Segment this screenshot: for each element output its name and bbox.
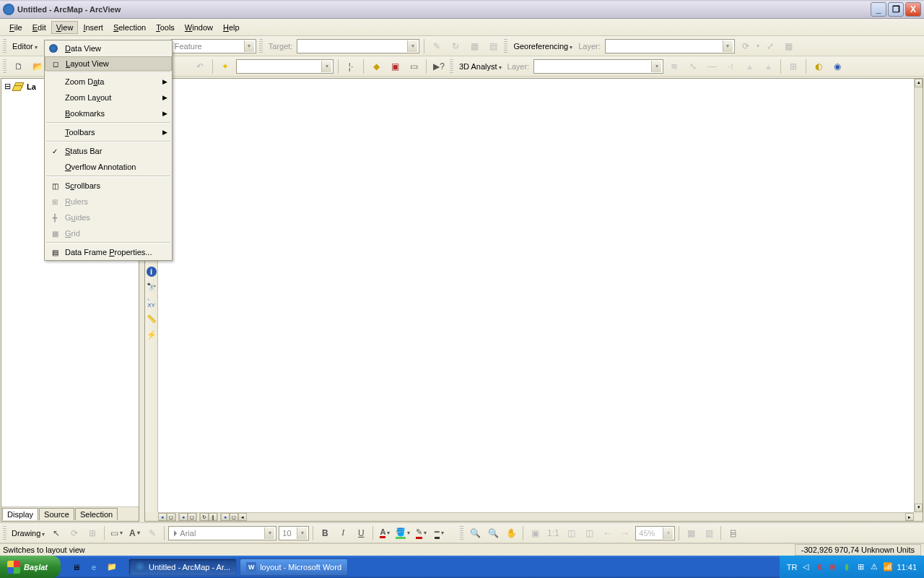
- pause-icon[interactable]: ‖: [209, 513, 217, 521]
- menu-item-status-bar[interactable]: ✓Status Bar: [45, 143, 172, 159]
- editor-toolbar-icon[interactable]: ¦·: [343, 59, 359, 74]
- arcscene-icon[interactable]: ◐: [811, 59, 827, 74]
- whats-this-icon[interactable]: ▶?: [431, 59, 447, 74]
- ie-icon[interactable]: e: [86, 559, 102, 575]
- arcglobe-icon[interactable]: ◉: [829, 59, 845, 74]
- menu-tools[interactable]: Tools: [151, 21, 180, 34]
- explorer-icon[interactable]: 📁: [104, 559, 120, 575]
- menu-help[interactable]: Help: [218, 21, 245, 34]
- menu-item-overflow-annotation[interactable]: Overflow Annotation: [45, 159, 172, 175]
- tray-battery-icon[interactable]: ▮: [842, 562, 852, 572]
- open-icon[interactable]: 📂: [30, 59, 45, 74]
- rectangle-tool-icon[interactable]: ▭: [108, 525, 124, 541]
- change-layout-icon[interactable]: ⌸: [725, 525, 741, 541]
- font-size-combo[interactable]: 10▾: [279, 526, 309, 540]
- undo-icon: ↶: [192, 59, 208, 74]
- 3d-analyst-dropdown[interactable]: 3D Analyst: [458, 62, 503, 71]
- maximize-button[interactable]: ❐: [888, 2, 904, 17]
- close-button[interactable]: X: [905, 2, 921, 17]
- menu-item-data-frame-properties[interactable]: ▤Data Frame Properties...: [45, 244, 172, 260]
- toolbar-grip[interactable]: [3, 39, 6, 53]
- menu-item-scrollbars[interactable]: ◫Scrollbars: [45, 178, 172, 194]
- editor-dropdown[interactable]: Editor: [11, 42, 39, 51]
- toolbar-grip[interactable]: [460, 526, 463, 540]
- minimize-button[interactable]: _: [871, 2, 886, 17]
- bold-icon[interactable]: B: [317, 525, 333, 541]
- arccatalog-icon[interactable]: ◆: [368, 59, 384, 74]
- toc-tab-display[interactable]: Display: [2, 508, 38, 520]
- tray-shield-icon[interactable]: ⛨: [828, 562, 838, 572]
- menu-edit[interactable]: Edit: [27, 21, 51, 34]
- drawing-dropdown[interactable]: Drawing: [10, 529, 46, 538]
- refresh-view-icon[interactable]: ●: [179, 513, 188, 521]
- marker-color-icon[interactable]: ━: [431, 525, 447, 541]
- menu-item-layout-view[interactable]: ◻Layout View: [45, 56, 172, 71]
- toolbar-grip[interactable]: [3, 526, 6, 540]
- start-button[interactable]: Başlat: [0, 556, 61, 578]
- menu-insert[interactable]: Insert: [78, 21, 108, 34]
- back-icon: ←: [599, 525, 615, 541]
- language-indicator[interactable]: TR: [787, 563, 798, 571]
- measure-icon[interactable]: 📏: [146, 313, 157, 324]
- feature-combo[interactable]: Feature▾: [171, 39, 256, 53]
- tray-wifi-icon[interactable]: 📶: [883, 562, 893, 572]
- attributes-icon: ▦: [466, 38, 482, 54]
- underline-icon[interactable]: U: [353, 525, 369, 541]
- toc-tab-source[interactable]: Source: [39, 508, 74, 520]
- toolbar-grip[interactable]: [450, 59, 453, 74]
- map-canvas[interactable]: [158, 79, 914, 512]
- find-icon[interactable]: 🔭: [146, 281, 157, 293]
- scroll-right-icon[interactable]: ▸: [905, 513, 914, 521]
- menu-item-zoom-data[interactable]: Zoom Data▶: [45, 74, 172, 90]
- goto-xy-icon[interactable]: ◦XY: [146, 297, 157, 309]
- toolbar-grip[interactable]: [259, 39, 263, 53]
- tray-back-icon[interactable]: ◁: [801, 562, 811, 572]
- text-tool-icon[interactable]: A: [126, 525, 142, 541]
- horizontal-scrollbar[interactable]: [247, 513, 905, 521]
- layout-view-icon[interactable]: ◻: [167, 513, 175, 521]
- menu-item-data-view[interactable]: Data View: [45, 40, 172, 56]
- pause-draw-icon[interactable]: ◻: [188, 513, 196, 521]
- zoom-percent-combo[interactable]: 45%▾: [635, 526, 675, 540]
- globe-icon: [49, 44, 58, 53]
- menu-item-bookmarks[interactable]: Bookmarks▶: [45, 105, 172, 121]
- refresh-icon[interactable]: ↻: [200, 513, 209, 521]
- show-desktop-icon[interactable]: 🖥: [68, 559, 84, 575]
- toc-tab-selection[interactable]: Selection: [75, 508, 118, 520]
- georef-layer-combo[interactable]: ▾: [605, 39, 735, 53]
- italic-icon[interactable]: I: [335, 525, 351, 541]
- taskbar-arcmap[interactable]: Untitled - ArcMap - Ar...: [128, 558, 237, 576]
- icon-extra2[interactable]: ◻: [230, 513, 238, 521]
- menu-file[interactable]: File: [4, 21, 27, 34]
- icon-extra[interactable]: ●: [221, 513, 230, 521]
- analyst-layer-combo[interactable]: ▾: [533, 59, 663, 74]
- menu-item-zoom-layout[interactable]: Zoom Layout▶: [45, 90, 172, 105]
- menu-selection[interactable]: Selection: [108, 21, 151, 34]
- arctoolbox-icon[interactable]: ▣: [387, 59, 403, 74]
- font-combo[interactable]: 🞂 Arial▾: [168, 526, 276, 540]
- tray-clock[interactable]: 11:41: [897, 563, 917, 571]
- select-elements-icon[interactable]: ↖: [48, 525, 64, 541]
- font-color-icon[interactable]: A: [377, 525, 393, 541]
- identify-icon[interactable]: i: [147, 267, 157, 277]
- tray-volume-icon[interactable]: ⊞: [855, 562, 866, 572]
- scroll-left-icon[interactable]: ◂: [238, 513, 247, 521]
- target-combo[interactable]: ▾: [297, 39, 419, 53]
- scale-combo[interactable]: ▾: [236, 59, 334, 74]
- taskbar-word[interactable]: Wloyout - Microsoft Word: [240, 558, 348, 576]
- menu-item-toolbars[interactable]: Toolbars▶: [45, 124, 172, 140]
- add-data-icon[interactable]: ✦: [217, 59, 233, 74]
- new-doc-icon[interactable]: 🗋: [11, 59, 27, 74]
- menu-window[interactable]: Window: [180, 21, 218, 34]
- line-color-icon[interactable]: ✎: [413, 525, 429, 541]
- menu-view[interactable]: View: [51, 21, 79, 34]
- toolbar-grip[interactable]: [504, 39, 507, 53]
- command-line-icon[interactable]: ▭: [406, 59, 422, 74]
- georeferencing-dropdown[interactable]: Georeferencing: [512, 42, 574, 51]
- tray-network-icon[interactable]: ⚠: [869, 562, 879, 572]
- fill-color-icon[interactable]: 🪣: [395, 525, 411, 541]
- toolbar-grip[interactable]: [3, 59, 6, 74]
- tray-kaspersky-icon[interactable]: K: [814, 562, 824, 572]
- data-view-icon[interactable]: ●: [158, 513, 167, 521]
- vertical-scrollbar[interactable]: ▴ ▾: [914, 79, 923, 512]
